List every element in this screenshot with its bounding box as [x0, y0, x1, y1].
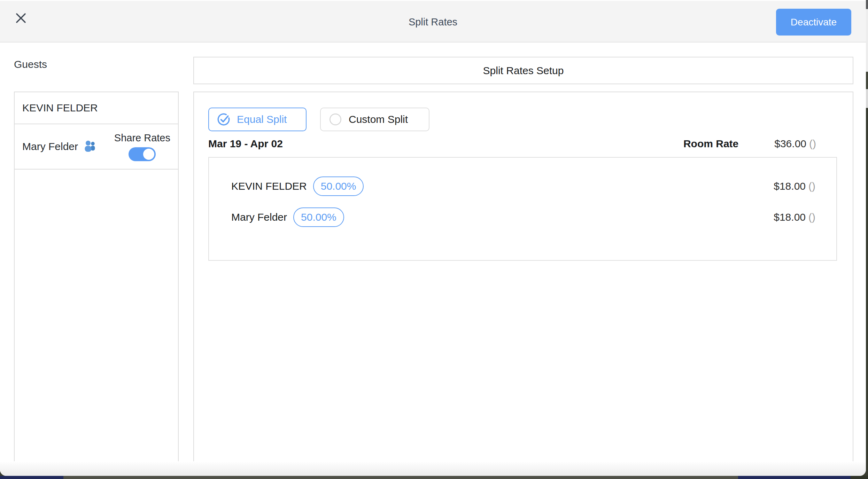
split-amount: $18.00(): [774, 180, 815, 192]
shared-guests-icon: [83, 140, 98, 153]
split-guest-name: KEVIN FELDER: [231, 180, 307, 192]
guests-heading: Guests: [14, 58, 47, 70]
room-rate-group: Room Rate $36.00(): [683, 138, 816, 150]
guest-row-primary[interactable]: KEVIN FELDER: [15, 92, 178, 124]
split-rates-modal: Split Rates Deactivate Guests KEVIN FELD…: [0, 0, 866, 476]
page-title: Split Rates: [0, 1, 866, 43]
guest-list: KEVIN FELDER Mary Felder Share Rates: [14, 92, 179, 463]
split-mode-row: Equal Split Custom Split: [208, 108, 837, 131]
guest-name: Mary Felder: [22, 141, 78, 152]
percent-pill[interactable]: 50.00%: [313, 176, 364, 196]
share-rates-label: Share Rates: [114, 132, 170, 144]
guest-split-box: KEVIN FELDER 50.00% $18.00() Mary Felder…: [208, 157, 837, 261]
split-amount-note: (): [808, 211, 815, 223]
background-page-right-edge: [866, 0, 868, 479]
share-rates-group: Share Rates: [114, 132, 170, 161]
room-rate-label: Room Rate: [683, 138, 738, 150]
room-rate-value: $36.00(): [774, 138, 816, 150]
room-rate-note: (): [809, 138, 816, 149]
toggle-knob: [143, 149, 154, 160]
custom-split-button[interactable]: Custom Split: [320, 108, 429, 131]
close-button[interactable]: [13, 10, 29, 27]
close-icon: [15, 12, 27, 25]
percent-pill[interactable]: 50.00%: [293, 207, 344, 227]
date-range: Mar 19 - Apr 02: [208, 138, 283, 150]
share-rates-toggle[interactable]: [129, 147, 156, 161]
background-page-bottom-edge: [0, 476, 868, 479]
modal-header: Split Rates Deactivate: [0, 0, 866, 42]
setup-header: Split Rates Setup: [193, 57, 853, 84]
split-rates-panel: Equal Split Custom Split Mar 19 - Apr 02…: [193, 92, 853, 463]
custom-split-label: Custom Split: [349, 113, 408, 125]
guest-row[interactable]: Mary Felder Share Rates: [15, 124, 178, 170]
split-row: Mary Felder 50.00% $18.00(): [231, 207, 815, 228]
deactivate-button[interactable]: Deactivate: [776, 9, 851, 36]
split-guest-name: Mary Felder: [231, 211, 287, 223]
primary-guest-name: KEVIN FELDER: [22, 102, 98, 114]
split-amount: $18.00(): [774, 211, 815, 223]
equal-split-label: Equal Split: [237, 113, 287, 125]
radio-circle-icon: [328, 112, 342, 126]
check-circle-icon: [217, 112, 231, 126]
setup-title: Split Rates Setup: [483, 65, 564, 77]
rate-period-row: Mar 19 - Apr 02 Room Rate $36.00(): [208, 135, 816, 152]
split-amount-note: (): [808, 180, 815, 192]
modal-bottom-fade: [0, 461, 866, 476]
split-row: KEVIN FELDER 50.00% $18.00(): [231, 176, 815, 197]
equal-split-button[interactable]: Equal Split: [208, 108, 307, 131]
